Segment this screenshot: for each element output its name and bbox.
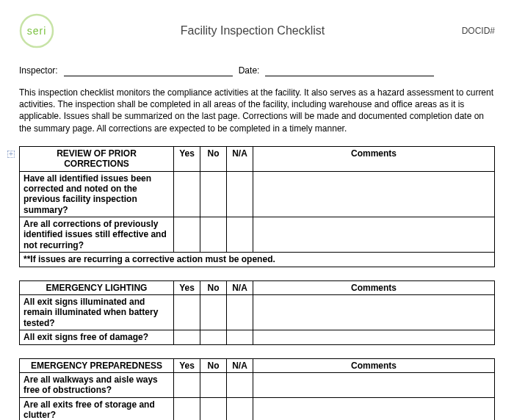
col-comments: Comments	[253, 358, 495, 372]
item-text: All exit signs illuminated and remain il…	[20, 295, 174, 330]
footnote-row: **If issues are recurring a corrective a…	[20, 253, 495, 267]
item-text: Have all identified issues been correcte…	[20, 171, 174, 217]
section-emergency-preparedness: EMERGENCY PREPAREDNESS Yes No N/A Commen…	[19, 358, 495, 420]
section-header-row: EMERGENCY PREPAREDNESS Yes No N/A Commen…	[20, 358, 495, 372]
footnote-text: **If issues are recurring a corrective a…	[20, 253, 495, 267]
table-row: Are all walkways and aisle ways free of …	[20, 373, 495, 398]
section-header-row: REVIEW OF PRIOR CORRECTIONS Yes No N/A C…	[20, 146, 495, 171]
meta-fields: Inspector: Date:	[19, 65, 495, 76]
cell-na[interactable]	[227, 373, 253, 398]
inspector-label: Inspector:	[19, 65, 58, 76]
cell-na[interactable]	[227, 217, 253, 253]
col-comments: Comments	[253, 280, 495, 294]
cell-yes[interactable]	[174, 330, 200, 344]
cell-na[interactable]	[227, 330, 253, 344]
item-text: Are all walkways and aisle ways free of …	[20, 373, 174, 398]
table-row: All exit signs illuminated and remain il…	[20, 295, 495, 330]
cell-comments[interactable]	[253, 217, 495, 253]
document-title: Facility Inspection Checklist	[54, 24, 451, 37]
cell-comments[interactable]	[253, 171, 495, 217]
section-prior-corrections: REVIEW OF PRIOR CORRECTIONS Yes No N/A C…	[19, 146, 495, 267]
table-anchor-icon: +	[7, 151, 15, 158]
col-no: No	[200, 146, 227, 171]
section-header-row: EMERGENCY LIGHTING Yes No N/A Comments	[20, 280, 495, 294]
logo-text: seri	[27, 25, 47, 37]
cell-yes[interactable]	[174, 373, 200, 398]
page: seri Facility Inspection Checklist DOCID…	[0, 0, 514, 420]
cell-comments[interactable]	[253, 373, 495, 398]
cell-yes[interactable]	[174, 295, 200, 330]
col-no: No	[200, 358, 227, 372]
docid-label: DOCID#	[451, 26, 495, 36]
cell-no[interactable]	[200, 330, 227, 344]
col-na: N/A	[227, 358, 253, 372]
cell-na[interactable]	[227, 397, 253, 420]
cell-yes[interactable]	[174, 171, 200, 217]
cell-na[interactable]	[227, 295, 253, 330]
cell-yes[interactable]	[174, 397, 200, 420]
cell-comments[interactable]	[253, 295, 495, 330]
col-yes: Yes	[174, 280, 200, 294]
cell-na[interactable]	[227, 171, 253, 217]
cell-yes[interactable]	[174, 217, 200, 253]
item-text: Are all exits free of storage and clutte…	[20, 397, 174, 420]
col-no: No	[200, 280, 227, 294]
date-input-line[interactable]	[265, 65, 434, 76]
section-title: EMERGENCY LIGHTING	[20, 280, 174, 294]
table-row: Are all corrections of previously identi…	[20, 217, 495, 253]
item-text: Are all corrections of previously identi…	[20, 217, 174, 253]
seri-logo: seri	[19, 13, 54, 48]
cell-no[interactable]	[200, 295, 227, 330]
cell-comments[interactable]	[253, 330, 495, 344]
cell-no[interactable]	[200, 373, 227, 398]
table-row: Are all exits free of storage and clutte…	[20, 397, 495, 420]
section-title: REVIEW OF PRIOR CORRECTIONS	[20, 146, 174, 171]
document-header: seri Facility Inspection Checklist DOCID…	[19, 13, 495, 48]
cell-no[interactable]	[200, 397, 227, 420]
intro-text: This inspection checklist monitors the c…	[19, 87, 495, 134]
inspector-input-line[interactable]	[64, 65, 233, 76]
col-yes: Yes	[174, 146, 200, 171]
table-row: All exit signs free of damage?	[20, 330, 495, 344]
section-title: EMERGENCY PREPAREDNESS	[20, 358, 174, 372]
cell-comments[interactable]	[253, 397, 495, 420]
col-comments: Comments	[253, 146, 495, 171]
col-yes: Yes	[174, 358, 200, 372]
cell-no[interactable]	[200, 217, 227, 253]
table-row: Have all identified issues been correcte…	[20, 171, 495, 217]
col-na: N/A	[227, 280, 253, 294]
item-text: All exit signs free of damage?	[20, 330, 174, 344]
date-label: Date:	[239, 65, 260, 76]
cell-no[interactable]	[200, 171, 227, 217]
col-na: N/A	[227, 146, 253, 171]
section-emergency-lighting: EMERGENCY LIGHTING Yes No N/A Comments A…	[19, 280, 495, 345]
